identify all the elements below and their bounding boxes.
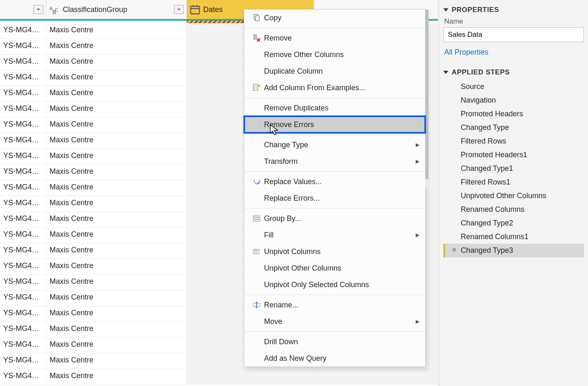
menu-item-remove-other-columns[interactable]: Remove Other Columns [244,46,425,63]
cell-col2[interactable]: Maxis Centre [46,275,187,290]
applied-steps-list: SourceNavigationPromoted HeadersChanged … [443,80,584,257]
cell-col2[interactable]: Maxis Centre [46,117,187,133]
column-header-classification-group[interactable]: ABC ClassificationGroup [46,0,187,19]
cell-col2[interactable]: Maxis Centre [46,55,187,70]
menu-item-replace-errors[interactable]: Replace Errors... [244,190,425,206]
cell-col4[interactable] [314,369,438,384]
applied-step[interactable]: Changed Type1 [443,162,584,175]
applied-step[interactable]: Unpivoted Other Columns [443,189,584,203]
menu-label: Remove Other Columns [264,50,419,59]
cell-col2[interactable]: Maxis Centre [46,149,187,164]
menu-item-remove-errors[interactable]: Remove Errors [244,116,425,133]
cell-col1[interactable]: YS-MG472... [0,212,46,227]
cell-col1[interactable]: YS-MG472... [0,369,46,384]
cell-col2[interactable]: Maxis Centre [46,133,187,149]
chevron-down-icon[interactable] [33,5,43,14]
menu-item-move[interactable]: Move ▶ [244,313,425,330]
menu-item-transform[interactable]: Transform ▶ [244,153,425,170]
cell-col2[interactable]: Maxis Centre [46,322,187,337]
cell-col1[interactable]: YS-MG472... [0,70,46,86]
cell-col2[interactable]: Maxis Centre [46,102,187,117]
query-name-input[interactable] [443,27,584,42]
cell-col2[interactable]: Maxis Centre [46,70,187,86]
menu-item-unpivot-columns[interactable]: Unpivot Columns [244,243,425,260]
cell-col2[interactable]: Maxis Centre [46,23,187,38]
cell-col1[interactable]: YS-MG472... [0,306,46,321]
cell-col1[interactable]: YS-MG472... [0,322,46,337]
menu-item-rename[interactable]: Rename... [244,297,425,313]
cell-col1[interactable]: YS-MG472... [0,275,46,290]
menu-item-change-type[interactable]: Change Type ▶ [244,137,425,153]
menu-item-unpivot-other-columns[interactable]: Unpivot Other Columns [244,260,425,276]
cell-col1[interactable]: YS-MG472... [0,165,46,180]
cell-col2[interactable]: Maxis Centre [46,165,187,180]
applied-step[interactable]: Renamed Columns1 [443,230,584,244]
column-header-1[interactable] [0,0,46,19]
cell-col2[interactable]: Maxis Centre [46,39,187,54]
menu-item-fill[interactable]: Fill ▶ [244,227,425,243]
applied-step[interactable]: Filtered Rows1 [443,175,584,189]
properties-section-header[interactable]: PROPERTIES [443,6,584,14]
cell-col1[interactable]: YS-MG472... [0,23,46,38]
cell-col1[interactable]: YS-MG472... [0,55,46,70]
cell-col2[interactable]: Maxis Centre [46,353,187,369]
cell-col1[interactable]: YS-MG472... [0,133,46,149]
menu-item-add-as-new-query[interactable]: Add as New Query [244,350,425,367]
menu-label: Drill Down [264,338,419,346]
cell-col1[interactable]: YS-MG472... [0,196,46,211]
menu-item-remove-duplicates[interactable]: Remove Duplicates [244,100,425,116]
cell-col1[interactable]: YS-MG472... [0,243,46,259]
cell-col2[interactable]: Maxis Centre [46,196,187,211]
all-properties-link[interactable]: All Properties [444,48,488,57]
cell-col3[interactable] [187,369,314,384]
group-by-icon [249,214,264,223]
svg-rect-3 [191,6,200,14]
cell-col1[interactable]: YS-MG472... [0,259,46,274]
cell-col2[interactable]: Maxis Centre [46,259,187,274]
cell-col2[interactable]: Maxis Centre [46,180,187,196]
cell-col2[interactable]: Maxis Centre [46,290,187,306]
cell-col1[interactable]: YS-MG472... [0,149,46,164]
applied-step[interactable]: Renamed Columns [443,203,584,216]
cell-col1[interactable]: YS-MG472... [0,228,46,243]
cell-col2[interactable]: Maxis Centre [46,228,187,243]
cell-col1[interactable]: YS-MG472... [0,86,46,101]
applied-step[interactable]: Filtered Rows [443,134,584,148]
cell-col2[interactable]: Maxis Centre [46,306,187,321]
menu-item-replace-values[interactable]: 12 Replace Values... [244,173,425,190]
cell-col2[interactable]: Maxis Centre [46,243,187,259]
cell-col1[interactable]: YS-MG472... [0,180,46,196]
menu-item-duplicate-column[interactable]: Duplicate Column [244,63,425,79]
cell-col1[interactable]: YS-MG472... [0,338,46,353]
applied-step[interactable]: Promoted Headers1 [443,148,584,162]
cell-col2[interactable]: Maxis Centre [46,338,187,353]
right-panel: PROPERTIES Name All Properties APPLIED S… [439,0,588,386]
applied-step[interactable]: Changed Type [443,121,584,134]
applied-step[interactable]: Navigation [443,94,584,107]
applied-step[interactable]: Promoted Headers [443,107,584,121]
applied-step[interactable]: Changed Type2 [443,216,584,230]
remove-icon [249,34,264,43]
chevron-down-icon[interactable] [174,5,184,14]
cell-col1[interactable]: YS-MG472... [0,290,46,306]
menu-item-copy[interactable]: Copy [244,10,425,26]
menu-item-add-column-from-examples[interactable]: Add Column From Examples... [244,79,425,96]
replace-values-icon: 12 [249,177,264,186]
menu-item-group-by[interactable]: Group By... [244,210,425,227]
cell-col1[interactable]: YS-MG472... [0,117,46,133]
cell-col2[interactable]: Maxis Centre [46,212,187,227]
applied-step[interactable]: Source [443,80,584,94]
cell-col2[interactable]: Maxis Centre [46,369,187,384]
applied-step[interactable]: Changed Type3 [443,244,584,257]
menu-item-remove[interactable]: Remove [244,30,425,46]
menu-item-drill-down[interactable]: Drill Down [244,333,425,350]
svg-rect-13 [253,84,258,91]
menu-scrollbar-thumb[interactable] [425,10,429,179]
cell-col1[interactable]: YS-MG472... [0,39,46,54]
table-row[interactable]: YS-MG472...Maxis Centre [0,369,438,385]
menu-item-unpivot-only-selected[interactable]: Unpivot Only Selected Columns [244,276,425,293]
applied-steps-section-header[interactable]: APPLIED STEPS [443,68,584,77]
cell-col1[interactable]: YS-MG472... [0,353,46,369]
cell-col1[interactable]: YS-MG472... [0,102,46,117]
cell-col2[interactable]: Maxis Centre [46,86,187,101]
